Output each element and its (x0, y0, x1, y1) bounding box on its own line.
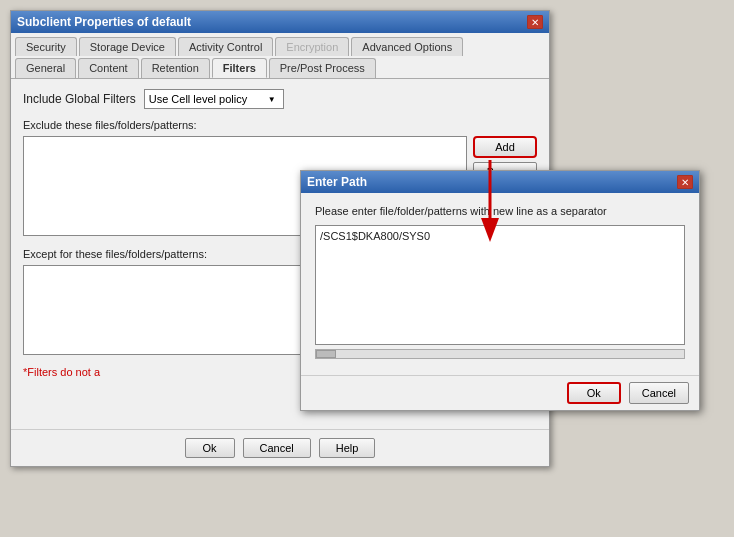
enter-path-ok-button[interactable]: Ok (567, 382, 621, 404)
h-scrollbar-thumb[interactable] (316, 350, 336, 358)
enter-path-cancel-button[interactable]: Cancel (629, 382, 689, 404)
h-scrollbar-area (315, 349, 685, 359)
tab-encryption: Encryption (275, 37, 349, 56)
h-scrollbar[interactable] (315, 349, 685, 359)
tab-storage-device[interactable]: Storage Device (79, 37, 176, 56)
arrow-annotation (460, 155, 520, 245)
tab-content[interactable]: Content (78, 58, 139, 78)
tab-row-2: General Content Retention Filters Pre/Po… (11, 56, 549, 78)
main-help-button[interactable]: Help (319, 438, 376, 458)
global-filter-dropdown[interactable]: Use Cell level policy ▼ (144, 89, 284, 109)
tab-retention[interactable]: Retention (141, 58, 210, 78)
exclude-label: Exclude these files/folders/patterns: (23, 119, 537, 131)
main-close-button[interactable]: ✕ (527, 15, 543, 29)
tab-activity-control[interactable]: Activity Control (178, 37, 273, 56)
path-value: /SCS1$DKA800/SYS0 (320, 230, 430, 242)
enter-path-close-button[interactable]: ✕ (677, 175, 693, 189)
enter-path-footer: Ok Cancel (301, 375, 699, 410)
main-dialog-footer: Ok Cancel Help (11, 429, 549, 466)
include-global-filters-row: Include Global Filters Use Cell level po… (23, 89, 537, 109)
main-titlebar: Subclient Properties of default ✕ (11, 11, 549, 33)
enter-path-dialog-title: Enter Path (307, 175, 367, 189)
main-cancel-button[interactable]: Cancel (243, 438, 311, 458)
tab-prepost[interactable]: Pre/Post Process (269, 58, 376, 78)
dropdown-arrow-icon: ▼ (265, 92, 279, 106)
global-filter-value: Use Cell level policy (149, 93, 265, 105)
tab-row-1: Security Storage Device Activity Control… (11, 33, 549, 56)
tab-filters[interactable]: Filters (212, 58, 267, 78)
tab-row-1-container: Security Storage Device Activity Control… (11, 33, 549, 79)
tab-advanced-options[interactable]: Advanced Options (351, 37, 463, 56)
main-dialog-title: Subclient Properties of default (17, 15, 191, 29)
tab-general[interactable]: General (15, 58, 76, 78)
main-ok-button[interactable]: Ok (185, 438, 235, 458)
include-global-filters-label: Include Global Filters (23, 92, 136, 106)
tab-security[interactable]: Security (15, 37, 77, 56)
